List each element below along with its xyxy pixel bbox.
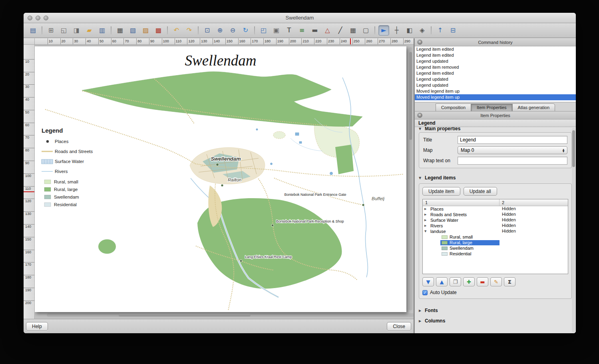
- command-history-item[interactable]: Legend updated: [415, 82, 576, 88]
- command-history-item[interactable]: Legend item edited: [415, 70, 576, 76]
- close-panel-icon[interactable]: ✕: [417, 113, 422, 118]
- add-shape-button[interactable]: △: [322, 25, 333, 36]
- v-ruler-label: 130: [24, 211, 34, 224]
- add-scalebar-button[interactable]: ▬: [309, 25, 320, 36]
- redo-button[interactable]: ↷: [184, 25, 195, 36]
- legend-items-section-header[interactable]: ▼ Legend items: [419, 174, 572, 182]
- wrap-text-input[interactable]: [458, 157, 567, 165]
- add-arrow-button[interactable]: ╱: [335, 25, 346, 36]
- collapsed-sections: Fonts Columns: [419, 305, 572, 326]
- h-ruler-label: 10: [48, 38, 60, 44]
- close-button[interactable]: Close: [387, 322, 411, 331]
- command-history-item[interactable]: Moved legend item up: [415, 88, 576, 94]
- tree-row-visibility: [499, 251, 568, 257]
- select-move-item-button[interactable]: ►: [378, 25, 389, 36]
- raise-items-button[interactable]: ↑: [435, 25, 446, 36]
- count-features-button[interactable]: Σ: [504, 277, 515, 286]
- move-item-content-button[interactable]: ┼: [391, 25, 402, 36]
- move-item-up-button[interactable]: ▲: [436, 277, 448, 286]
- zoom-full-button[interactable]: ⊡: [202, 25, 213, 36]
- command-history-item[interactable]: Moved legend item up: [415, 94, 576, 100]
- add-attribute-table-button[interactable]: ▦: [348, 25, 358, 36]
- h-ruler-label: 220: [314, 38, 327, 44]
- add-label-button[interactable]: T: [284, 25, 295, 36]
- tree-row-rural-small[interactable]: Rural, small: [423, 234, 568, 240]
- command-history-item[interactable]: Legend updated: [415, 58, 576, 64]
- section-fonts[interactable]: Fonts: [419, 305, 572, 316]
- legend-items-label: Legend items: [425, 175, 456, 181]
- tree-expand-icon[interactable]: [424, 229, 429, 234]
- load-from-template-button[interactable]: ▰: [84, 25, 95, 36]
- tree-row-places[interactable]: Places Hidden: [423, 206, 568, 212]
- undo-button[interactable]: ↶: [171, 25, 182, 36]
- toolbar-button-icon: ⊖: [230, 27, 235, 34]
- tree-row-visibility: [499, 234, 568, 240]
- command-history-item[interactable]: Legend item edited: [415, 52, 576, 58]
- canvas-horizontal-scrollbar[interactable]: [47, 313, 414, 317]
- legend-item[interactable]: Legend Places Roads and Streets Surface …: [42, 127, 93, 207]
- legend-title-input[interactable]: [458, 136, 567, 144]
- tool-icon: ✎: [494, 279, 498, 285]
- export-image-button[interactable]: ▧: [127, 25, 138, 36]
- update-all-button[interactable]: Update all: [464, 187, 497, 196]
- tree-row-residential[interactable]: Residential: [423, 251, 568, 257]
- lock-items-button[interactable]: ◈: [417, 25, 428, 36]
- legend-title: Legend: [42, 127, 63, 134]
- add-image-button[interactable]: ▣: [271, 25, 282, 36]
- collapsed-section-label: Fonts: [425, 308, 438, 313]
- add-map-button[interactable]: ◰: [258, 25, 269, 36]
- tab-composition[interactable]: Composition: [436, 103, 471, 111]
- composer-manager-button[interactable]: ◨: [71, 25, 82, 36]
- h-ruler-label: 280: [390, 38, 403, 44]
- add-legend-button[interactable]: ≡: [297, 25, 307, 36]
- add-item-button[interactable]: ✚: [463, 277, 475, 286]
- composition-page[interactable]: Swellendam Swellendam Railton Bontebok N…: [35, 46, 406, 312]
- section-columns[interactable]: Columns: [419, 316, 572, 326]
- tree-row-rivers[interactable]: Rivers Hidden: [423, 223, 568, 229]
- canvas-vertical-scrollbar[interactable]: [409, 47, 412, 310]
- refresh-view-button[interactable]: ↻: [240, 25, 251, 36]
- zoom-out-button[interactable]: ⊖: [227, 25, 238, 36]
- edit-item-button[interactable]: ✎: [490, 277, 502, 286]
- print-button[interactable]: ▦: [115, 25, 125, 36]
- zoom-in-button[interactable]: ⊕: [215, 25, 225, 36]
- add-html-frame-button[interactable]: ▢: [360, 25, 371, 36]
- command-history-item[interactable]: Legend item edited: [415, 46, 576, 52]
- tab-item-properties[interactable]: Item Properties: [471, 103, 512, 111]
- tree-row-rural-large[interactable]: Rural, large: [423, 240, 568, 245]
- paste-item-button[interactable]: ❐: [450, 277, 461, 286]
- export-pdf-button[interactable]: ▩: [153, 25, 164, 36]
- legend-label: Swellendam: [54, 195, 79, 199]
- tab-atlas-generation[interactable]: Atlas generation: [512, 103, 555, 111]
- duplicate-composer-button[interactable]: ◱: [58, 25, 69, 36]
- toolbar-button-icon: ↷: [187, 27, 192, 34]
- main-properties-section-header[interactable]: ▼ Main properties: [419, 127, 572, 131]
- new-composer-button[interactable]: ⊞: [46, 25, 56, 36]
- move-item-down-button[interactable]: ▼: [422, 277, 434, 286]
- tree-expand-icon[interactable]: [424, 223, 429, 229]
- toolbar-button-icon: ▣: [273, 27, 279, 34]
- map-item[interactable]: Swellendam Swellendam Railton Bontebok N…: [35, 46, 406, 312]
- command-history-item[interactable]: Legend updated: [415, 76, 576, 82]
- save-as-template-button[interactable]: ▥: [97, 25, 107, 36]
- tree-row-swellendam[interactable]: Swellendam: [423, 245, 568, 251]
- tree-row-roads-and-streets[interactable]: Roads and Streets Hidden: [423, 212, 568, 217]
- properties-scrollbar[interactable]: [572, 128, 575, 332]
- align-items-button[interactable]: ⊟: [448, 25, 458, 36]
- save-project-button[interactable]: ▤: [28, 25, 38, 36]
- composition-canvas[interactable]: Swellendam Swellendam Railton Bontebok N…: [35, 45, 414, 319]
- group-items-button[interactable]: ◧: [404, 25, 415, 36]
- auto-update-checkbox[interactable]: ✓: [422, 290, 428, 295]
- close-panel-icon[interactable]: ✕: [417, 40, 422, 45]
- tree-expand-icon[interactable]: [424, 212, 429, 217]
- help-button[interactable]: Help: [26, 322, 48, 331]
- command-history-item[interactable]: Legend item removed: [415, 64, 576, 70]
- remove-item-button[interactable]: ▬: [477, 277, 488, 286]
- tree-expand-icon[interactable]: [424, 207, 429, 212]
- export-svg-button[interactable]: ▨: [140, 25, 151, 36]
- update-item-button[interactable]: Update item: [422, 187, 460, 196]
- tree-row-landuse[interactable]: landuse Hidden: [423, 229, 568, 234]
- map-select-dropdown[interactable]: Map 0 ▲▼: [458, 146, 567, 154]
- tree-row-surface-water[interactable]: Surface Water Hidden: [423, 217, 568, 223]
- tree-expand-icon[interactable]: [424, 218, 429, 223]
